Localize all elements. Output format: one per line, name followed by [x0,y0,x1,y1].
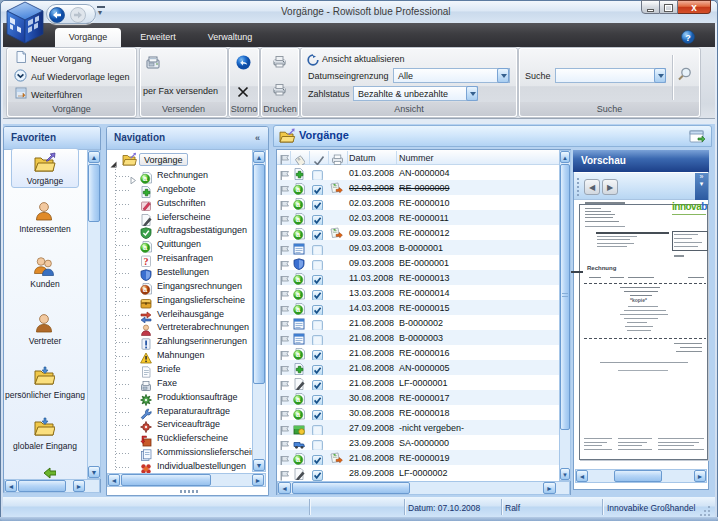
svg-text:?: ? [685,33,691,43]
svg-text:?: ? [144,256,149,267]
